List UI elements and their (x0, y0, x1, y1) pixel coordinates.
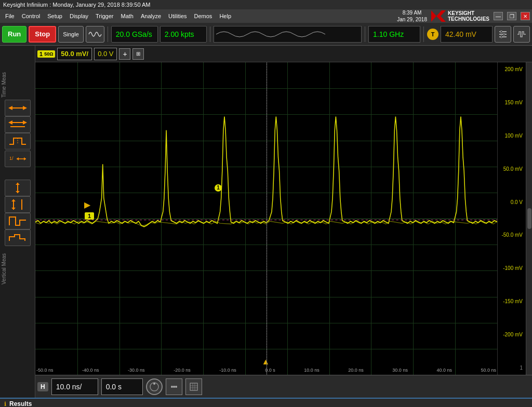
stop-button[interactable]: Stop (29, 26, 56, 43)
menu-analyze[interactable]: Analyze (138, 12, 164, 20)
menu-trigger[interactable]: Trigger (92, 12, 116, 20)
svg-marker-10 (8, 106, 12, 110)
duty-cycle-tool[interactable]: 1/ (5, 151, 31, 167)
maximize-button[interactable]: ❐ (507, 12, 516, 20)
toolbar-waveform2-button[interactable] (513, 26, 530, 43)
title-text: Keysight Infiniium : Monday, January 29,… (3, 2, 151, 8)
arrow-icon-2 (8, 118, 27, 131)
x-label-8: 30.0 ns (392, 368, 408, 373)
scope-canvas[interactable]: ▶ 1 1 ▲ -50.0 ns -40.0 ns -30.0 ns -20.0… (35, 62, 497, 375)
single-button[interactable]: Single (58, 26, 84, 43)
mem-depth-value: 2.00 kpts (165, 30, 194, 38)
pulse-icon (8, 135, 27, 147)
run-button[interactable]: Run (2, 26, 26, 43)
toolbar-divider-4 (423, 26, 424, 42)
timebase-grid-button[interactable] (185, 378, 202, 395)
svg-marker-21 (16, 183, 20, 185)
svg-marker-13 (23, 120, 27, 125)
time-offset[interactable]: 0.0 s (101, 378, 143, 395)
y-label-100mv: 100 mV (499, 133, 525, 139)
toolbar: Run Stop Single 20.0 GSa/s 2.00 kpts 1.1… (0, 23, 532, 46)
trigger-voltage-value: 42.40 mV (445, 30, 476, 38)
pulse-vert-tool[interactable] (5, 213, 31, 229)
svg-point-32 (175, 386, 177, 388)
vert-meas-label: Vertical Meas (1, 233, 7, 284)
arrow-tool-2[interactable] (5, 116, 31, 133)
channel-label-area: 1 50Ω 50.0 mV/ 0.0 V + ⊞ (35, 46, 532, 62)
cursor-dot: 1 (215, 184, 222, 192)
y-label-n50mv: -50.0 mV (499, 232, 525, 238)
vert-icon-2 (8, 198, 27, 211)
x-axis-labels: -50.0 ns -40.0 ns -30.0 ns -20.0 ns -10.… (35, 368, 497, 373)
y-right-index: 1 (499, 365, 525, 371)
time-line1: 8:39 AM (397, 9, 427, 16)
scrollbar-thumb[interactable] (527, 208, 531, 229)
arrow-tool-1[interactable] (5, 100, 31, 116)
channel-scale[interactable]: 50.0 mV/ (57, 48, 92, 60)
vert-tool-2[interactable] (5, 196, 31, 213)
svg-marker-1 (436, 10, 446, 22)
channel-grid-button[interactable]: ⊞ (132, 48, 144, 60)
freq-value: 1.10 GHz (373, 30, 404, 38)
trigger-badge: T (427, 29, 438, 40)
toolbar-waveform (216, 27, 330, 42)
menu-display[interactable]: Display (66, 12, 91, 20)
x-label-3: -20.0 ns (174, 368, 191, 373)
timebase-dots-button[interactable] (166, 378, 182, 395)
trigger-voltage-display: 42.40 mV (441, 26, 493, 43)
y-label-200mv: 200 mV (499, 66, 525, 72)
toolbar-settings-button[interactable] (495, 26, 511, 43)
settings-icon (498, 30, 508, 39)
menu-setup[interactable]: Setup (44, 12, 65, 20)
close-button[interactable]: ✕ (521, 12, 530, 20)
grid-icon (190, 383, 198, 391)
x-label-10: 50.0 ns (481, 368, 496, 373)
dots-icon (170, 383, 178, 391)
pulse-tool[interactable] (5, 133, 31, 150)
step-tool[interactable] (5, 229, 31, 246)
menu-demos[interactable]: Demos (191, 12, 216, 20)
svg-marker-19 (17, 157, 19, 160)
menu-file[interactable]: File (2, 12, 18, 20)
time-per-div[interactable]: 10.0 ns/ (51, 378, 98, 395)
menu-math[interactable]: Math (117, 12, 136, 20)
sample-rate-value: 20.0 GSa/s (116, 30, 152, 38)
waveform-display (214, 26, 362, 43)
y-label-n150mv: -150 mV (499, 299, 525, 304)
menu-bar: File Control Setup Display Trigger Math … (0, 9, 532, 23)
wave-icon (88, 29, 102, 39)
vertical-scrollbar[interactable] (526, 62, 532, 375)
ch1-marker: 1 (85, 212, 94, 220)
channel-offset[interactable]: 0.0 V (94, 48, 117, 60)
x-label-7: 20.0 ns (348, 368, 364, 373)
svg-point-7 (500, 36, 502, 38)
results-title: Results (9, 400, 32, 407)
menu-help[interactable]: Help (216, 12, 234, 20)
channel-add-button[interactable]: + (119, 48, 130, 60)
svg-marker-18 (24, 157, 26, 160)
x-label-4: -10.0 ns (219, 368, 236, 373)
results-icon: ℹ (4, 401, 6, 408)
channel-impedance: 50Ω (44, 51, 53, 57)
trigger-marker: ▶ (84, 200, 90, 210)
time-line2: Jan 29, 2018 (397, 16, 427, 23)
time-meas-label: Time Meas (1, 56, 7, 98)
minimize-button[interactable]: — (494, 12, 503, 20)
main-layout: Time Meas (0, 46, 532, 398)
pulse-vert-icon (8, 215, 27, 227)
duty-icon: 1/ (8, 153, 27, 165)
channel-badge[interactable]: 1 50Ω (37, 50, 55, 58)
timebase-knob[interactable] (146, 378, 163, 395)
svg-point-5 (500, 31, 502, 33)
svg-point-30 (171, 386, 173, 388)
svg-marker-14 (8, 120, 12, 125)
keysight-logo-text: KEYSIGHTTECHNOLOGIES (448, 10, 489, 22)
menu-utilities[interactable]: Utilities (165, 12, 190, 20)
y-label-n200mv: -200 mV (499, 332, 525, 337)
vert-tool-1[interactable] (5, 180, 31, 196)
title-bar: Keysight Infiniium : Monday, January 29,… (0, 0, 532, 9)
waveform-icon-button[interactable] (86, 26, 104, 43)
toolbar-right-buttons (495, 26, 530, 43)
menu-control[interactable]: Control (19, 12, 43, 20)
svg-marker-0 (431, 10, 436, 22)
